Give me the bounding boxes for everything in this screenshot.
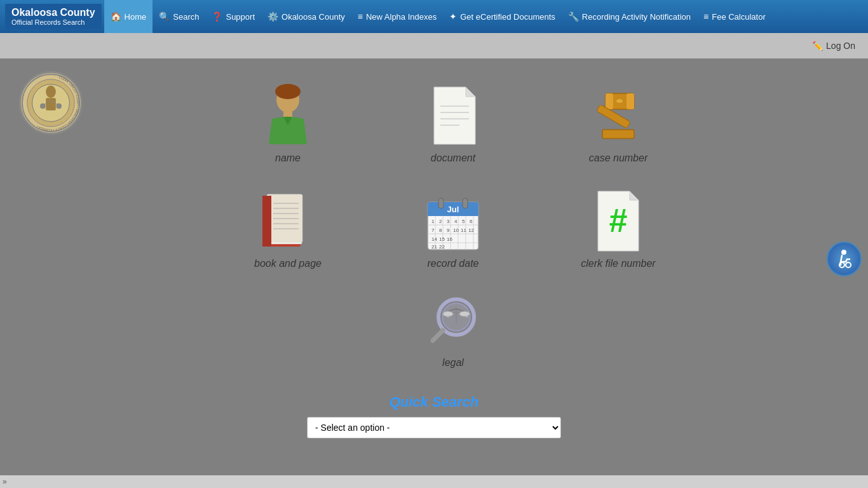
- svg-rect-12: [283, 111, 292, 117]
- search-by-document[interactable]: document: [390, 78, 517, 170]
- book-and-page-label: book and page: [254, 258, 322, 269]
- legal-icon: [421, 288, 485, 352]
- search-by-case-number[interactable]: case number: [555, 78, 682, 170]
- brand-sub: Official Records Search: [11, 18, 95, 27]
- svg-rect-42: [463, 198, 468, 208]
- nav-okaloosa[interactable]: ⚙️ Okaloosa County: [261, 0, 351, 33]
- quick-search-section: Quick Search - Select an option - Name S…: [13, 394, 855, 438]
- nav-ecert[interactable]: ✦ Get eCertified Documents: [443, 0, 562, 33]
- search-by-book-and-page[interactable]: book and page: [224, 183, 351, 276]
- svg-text:10: 10: [453, 227, 459, 233]
- main-content: CLERK CIRCUIT COURT • OKALOOSA COUNTY • …: [0, 58, 868, 488]
- svg-marker-70: [630, 191, 639, 200]
- search-by-clerk-file-number[interactable]: # clerk file number: [555, 183, 682, 276]
- alpha-icon: ≡: [358, 11, 363, 22]
- svg-point-11: [275, 84, 301, 99]
- record-date-label: record date: [428, 258, 479, 269]
- svg-point-3: [46, 86, 56, 98]
- nav-recording[interactable]: 🔧 Recording Activity Notification: [562, 0, 697, 33]
- search-icon: 🔍: [159, 11, 170, 22]
- nav-items: 🏠 Home 🔍 Search ❓ Support ⚙️ Okaloosa Co…: [104, 0, 863, 33]
- support-icon: ❓: [212, 11, 222, 22]
- search-by-name[interactable]: name: [224, 78, 351, 170]
- svg-text:16: 16: [447, 236, 452, 242]
- case-number-label: case number: [589, 152, 648, 164]
- svg-rect-4: [46, 98, 56, 111]
- svg-point-24: [616, 99, 623, 103]
- svg-text:5: 5: [462, 219, 465, 224]
- svg-text:3: 3: [447, 219, 450, 224]
- navbar: Okaloosa County Official Records Search …: [0, 0, 868, 33]
- nav-fee[interactable]: ≡ Fee Calculator: [697, 0, 772, 33]
- svg-text:15: 15: [439, 236, 445, 242]
- svg-text:9: 9: [447, 227, 450, 233]
- legal-label: legal: [442, 357, 464, 369]
- book-and-page-icon: [256, 189, 320, 253]
- svg-point-81: [443, 311, 453, 316]
- accessibility-button[interactable]: [827, 241, 862, 276]
- name-label: name: [275, 152, 301, 164]
- case-number-icon: [587, 84, 650, 147]
- svg-point-8: [57, 104, 62, 109]
- seal-svg: CLERK CIRCUIT COURT • OKALOOSA COUNTY • …: [21, 72, 81, 133]
- svg-line-74: [433, 330, 443, 341]
- svg-point-82: [459, 311, 470, 316]
- svg-text:14: 14: [431, 236, 437, 242]
- svg-point-83: [841, 250, 846, 255]
- county-seal: CLERK CIRCUIT COURT • OKALOOSA COUNTY • …: [19, 71, 83, 135]
- svg-text:6: 6: [470, 219, 473, 224]
- svg-marker-36: [262, 196, 271, 247]
- record-date-icon: Jul 1 2: [421, 189, 485, 253]
- home-icon: 🏠: [111, 11, 121, 22]
- document-icon: [421, 84, 485, 147]
- quick-search-title: Quick Search: [390, 394, 479, 410]
- nav-support[interactable]: ❓ Support: [205, 0, 261, 33]
- search-by-legal[interactable]: legal: [390, 282, 517, 375]
- recording-icon: 🔧: [568, 11, 579, 22]
- name-icon: [256, 84, 320, 147]
- document-label: document: [431, 152, 475, 164]
- bottom-bar: »: [0, 475, 868, 488]
- svg-text:2: 2: [439, 219, 442, 224]
- search-by-record-date[interactable]: Jul 1 2: [390, 183, 517, 276]
- quick-search-select[interactable]: - Select an option - Name Search Documen…: [307, 417, 561, 438]
- log-on-button[interactable]: ✏️ Log On: [812, 41, 855, 51]
- clerk-file-number-label: clerk file number: [581, 258, 655, 269]
- svg-rect-21: [627, 93, 634, 109]
- nav-brand: Okaloosa County Official Records Search: [5, 4, 102, 29]
- svg-point-85: [846, 262, 851, 268]
- brand-main: Okaloosa County: [11, 6, 95, 18]
- logon-icon: ✏️: [812, 41, 823, 51]
- top-bar: ✏️ Log On: [0, 33, 868, 58]
- nav-alpha[interactable]: ≡ New Alpha Indexes: [351, 0, 443, 33]
- svg-text:8: 8: [439, 227, 442, 233]
- svg-text:4: 4: [454, 219, 458, 224]
- svg-text:21: 21: [431, 244, 437, 250]
- clerk-file-number-icon: #: [587, 189, 650, 253]
- accessibility-icon: [833, 248, 855, 270]
- okaloosa-icon: ⚙️: [268, 11, 278, 22]
- fee-icon: ≡: [703, 11, 709, 22]
- svg-point-7: [40, 104, 45, 109]
- svg-rect-41: [438, 198, 444, 208]
- svg-text:12: 12: [468, 227, 474, 233]
- svg-marker-14: [466, 87, 475, 97]
- svg-text:7: 7: [431, 227, 435, 233]
- svg-text:1: 1: [431, 219, 435, 224]
- svg-text:#: #: [609, 202, 628, 239]
- svg-text:11: 11: [461, 227, 466, 233]
- svg-text:22: 22: [439, 244, 445, 250]
- svg-text:Jul: Jul: [447, 205, 459, 214]
- nav-search[interactable]: 🔍 Search: [153, 0, 205, 33]
- svg-rect-20: [606, 93, 613, 109]
- ecert-icon: ✦: [449, 11, 457, 22]
- nav-home[interactable]: 🏠 Home: [104, 0, 153, 33]
- svg-rect-23: [602, 130, 634, 139]
